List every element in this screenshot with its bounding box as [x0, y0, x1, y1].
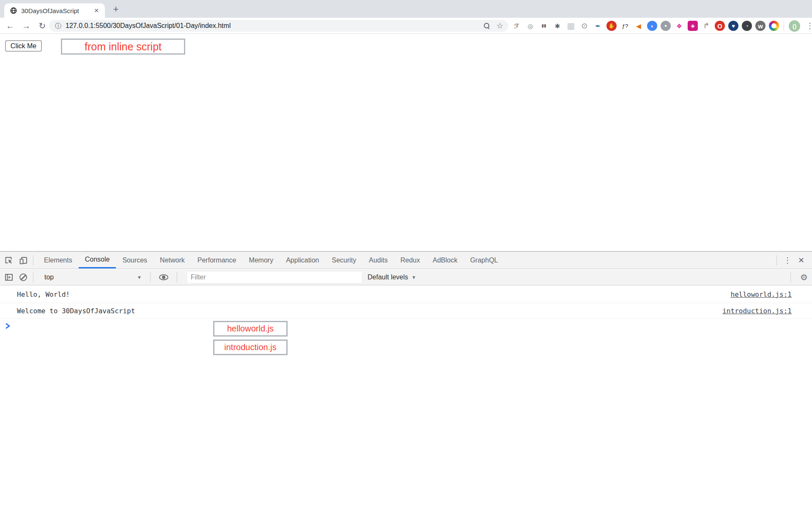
- red-o-extension-icon[interactable]: O: [715, 21, 725, 31]
- devtools-separator: [177, 272, 177, 282]
- zoom-icon[interactable]: [484, 23, 490, 29]
- context-selector[interactable]: top ▼: [40, 273, 146, 281]
- inline-script-box: from inline script: [61, 39, 185, 55]
- address-bar[interactable]: ⓘ 127.0.0.1:5500/30DaysOfJavaScript/01-D…: [49, 20, 508, 32]
- w-circle-extension-icon[interactable]: w: [755, 21, 765, 31]
- log-levels-selector[interactable]: Default levels ▼: [368, 273, 420, 281]
- color-wheel-extension-icon[interactable]: [769, 21, 779, 31]
- tab-redux[interactable]: Redux: [394, 252, 426, 268]
- forward-button[interactable]: →: [20, 20, 32, 31]
- device-toolbar-icon[interactable]: [18, 255, 29, 266]
- browser-window: 30DaysOfJavaScript ✕ + ← → ↻ ⓘ 127.0.0.1…: [0, 0, 812, 508]
- devtools-close-icon[interactable]: ✕: [794, 256, 809, 265]
- tab-memory[interactable]: Memory: [242, 252, 280, 268]
- profile-avatar[interactable]: {}: [789, 20, 800, 32]
- inline-script-text: from inline script: [85, 41, 162, 53]
- console-message-text: Hello, World!: [17, 290, 70, 298]
- devtools-panel: Elements Console Sources Network Perform…: [0, 251, 812, 508]
- stop-hand-extension-icon[interactable]: ✋: [606, 21, 617, 31]
- pause-bars-extension-icon[interactable]: ▮▮: [539, 21, 549, 31]
- click-me-button[interactable]: Click Me: [5, 40, 42, 52]
- tab-network[interactable]: Network: [154, 252, 191, 268]
- console-settings-gear-icon[interactable]: ⚙: [795, 272, 808, 282]
- url-text[interactable]: 127.0.0.1:5500/30DaysOfJavaScript/01-Day…: [66, 22, 484, 30]
- devtools-separator: [790, 272, 791, 282]
- tab-sources[interactable]: Sources: [116, 252, 154, 268]
- page-info-icon[interactable]: ⓘ: [55, 22, 61, 30]
- tab-title: 30DaysOfJavaScript: [21, 7, 92, 14]
- tab-security[interactable]: Security: [325, 252, 362, 268]
- console-output: Hello, World! helloworld.js:1 Welcome to…: [0, 286, 812, 508]
- tab-graphql[interactable]: GraphQL: [464, 252, 505, 268]
- magenta-square-extension-icon[interactable]: ◈: [688, 21, 698, 31]
- tab-application[interactable]: Application: [280, 252, 325, 268]
- annotation-box-helloworld: helloworld.js: [213, 321, 288, 337]
- devtools-menu-icon[interactable]: ⋮: [781, 256, 794, 265]
- console-message-row: Welcome to 30DaysOfJavaScript introducti…: [0, 303, 812, 319]
- tab-close-icon[interactable]: ✕: [92, 6, 101, 15]
- grid-extension-icon[interactable]: ▦: [566, 21, 576, 31]
- chrome-menu-icon[interactable]: ⋮: [804, 21, 812, 30]
- tab-adblock[interactable]: AdBlock: [426, 252, 464, 268]
- browser-tab[interactable]: 30DaysOfJavaScript ✕: [4, 3, 105, 18]
- annotation-text: introduction.js: [224, 342, 276, 352]
- bug-extension-icon[interactable]: ✱: [552, 21, 562, 31]
- tab-strip: 30DaysOfJavaScript ✕ +: [0, 0, 812, 18]
- console-prompt[interactable]: [0, 319, 812, 334]
- console-prompt-chevron-icon: [5, 323, 11, 331]
- globe-favicon-icon: [10, 7, 17, 14]
- log-levels-label: Default levels: [368, 273, 408, 281]
- devtools-separator: [776, 255, 777, 265]
- live-expression-eye-icon[interactable]: [159, 274, 168, 280]
- braces-circle-extension-icon[interactable]: ⊙: [579, 21, 590, 31]
- devtools-tab-bar: Elements Console Sources Network Perform…: [0, 252, 812, 269]
- filter-input[interactable]: [187, 272, 362, 283]
- eyedropper-extension-icon[interactable]: ✒: [593, 21, 603, 31]
- inspect-element-icon[interactable]: [3, 255, 14, 266]
- devtools-separator: [150, 272, 151, 282]
- blue-circle-extension-icon[interactable]: ◗: [647, 21, 657, 31]
- context-label: top: [44, 273, 137, 281]
- megaphone-extension-icon[interactable]: ◀: [634, 21, 644, 31]
- console-message-row: Hello, World! helloworld.js:1: [0, 286, 812, 303]
- extensions-row: ℱ ◎ ▮▮ ✱ ▦ ⊙ ✒ ✋ ƒ? ◀ ◗ ● ❖ ◈ ↱ O ♥ ◔ w …: [512, 18, 812, 34]
- reload-button[interactable]: ↻: [36, 20, 48, 31]
- heart-search-extension-icon[interactable]: ♥: [728, 21, 738, 31]
- page-content: Click Me from inline script: [0, 34, 812, 251]
- aperture-extension-icon[interactable]: ◎: [525, 21, 535, 31]
- chevron-down-icon: ▼: [411, 275, 416, 280]
- tab-elements[interactable]: Elements: [38, 252, 79, 268]
- script-f-extension-icon[interactable]: ℱ: [512, 21, 522, 31]
- function-extension-icon[interactable]: ƒ?: [620, 21, 630, 31]
- tab-audits[interactable]: Audits: [362, 252, 394, 268]
- console-sidebar-icon[interactable]: [3, 272, 14, 283]
- clear-console-icon[interactable]: [18, 272, 29, 283]
- push-arrow-extension-icon[interactable]: ↱: [701, 21, 711, 31]
- pink-sparkle-extension-icon[interactable]: ❖: [674, 21, 684, 31]
- chevron-down-icon: ▼: [137, 275, 142, 280]
- source-link[interactable]: introduction.js:1: [722, 307, 792, 315]
- tab-performance[interactable]: Performance: [191, 252, 243, 268]
- annotation-box-introduction: introduction.js: [213, 340, 288, 355]
- camera-extension-icon[interactable]: ●: [661, 21, 671, 31]
- new-tab-button[interactable]: +: [110, 4, 122, 15]
- console-message-text: Welcome to 30DaysOfJavaScript: [17, 307, 135, 315]
- tab-console[interactable]: Console: [79, 252, 116, 268]
- devtools-separator: [33, 272, 33, 282]
- bookmark-star-icon[interactable]: ☆: [497, 21, 503, 30]
- annotation-text: helloworld.js: [227, 324, 274, 334]
- source-link[interactable]: helloworld.js:1: [731, 290, 792, 298]
- dark-pie-extension-icon[interactable]: ◔: [742, 21, 752, 31]
- devtools-separator: [33, 255, 33, 265]
- console-toolbar: top ▼ Default levels ▼ ⚙: [0, 269, 812, 285]
- back-button[interactable]: ←: [4, 20, 16, 31]
- toolbar-separator: [784, 21, 784, 30]
